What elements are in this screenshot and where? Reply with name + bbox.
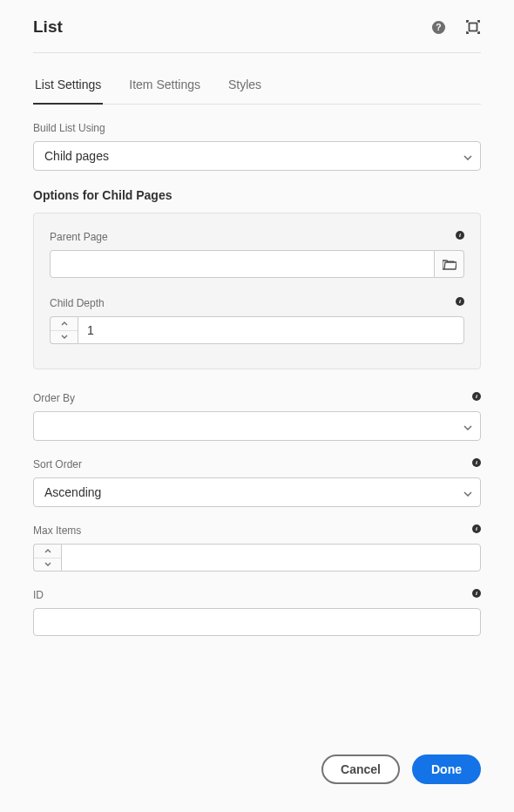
tabs: List Settings Item Settings Styles (33, 67, 481, 105)
dialog-title: List (33, 17, 63, 37)
svg-text:?: ? (436, 23, 441, 32)
max-items-stepper (33, 544, 61, 572)
svg-rect-2 (470, 24, 477, 31)
tab-content: Build List Using Child pages Options for… (33, 105, 481, 636)
field-parent-page: i Parent Page (50, 231, 464, 278)
build-list-using-label: Build List Using (33, 122, 481, 134)
tab-styles[interactable]: Styles (227, 67, 263, 104)
child-depth-input[interactable] (78, 316, 464, 344)
list-dialog: List ? List Settings Item Settings Style… (0, 0, 514, 636)
info-icon[interactable]: i (472, 524, 481, 533)
help-icon[interactable]: ? (430, 19, 446, 35)
header-actions: ? (430, 19, 481, 35)
sort-order-select[interactable]: Ascending (33, 477, 481, 507)
order-by-label: Order By (33, 392, 481, 404)
cancel-button[interactable]: Cancel (321, 754, 400, 784)
id-input[interactable] (33, 608, 481, 636)
sort-order-label: Sort Order (33, 458, 481, 470)
id-label: ID (33, 589, 481, 601)
tab-list-settings[interactable]: List Settings (33, 67, 103, 104)
info-icon[interactable]: i (472, 458, 481, 467)
order-by-select[interactable] (33, 411, 481, 441)
fullscreen-icon[interactable] (465, 19, 481, 35)
info-icon[interactable]: i (472, 392, 481, 401)
sort-order-value: Ascending (44, 485, 101, 499)
max-items-label: Max Items (33, 524, 481, 537)
tab-item-settings[interactable]: Item Settings (127, 67, 202, 104)
field-sort-order: i Sort Order Ascending (33, 458, 481, 507)
options-title: Options for Child Pages (33, 188, 481, 202)
info-icon[interactable]: i (456, 231, 464, 240)
step-up-button[interactable] (51, 317, 78, 331)
info-icon[interactable]: i (472, 589, 481, 598)
done-button[interactable]: Done (412, 754, 481, 784)
parent-page-input[interactable] (50, 250, 435, 278)
parent-page-label: Parent Page (50, 231, 464, 243)
step-up-button[interactable] (34, 545, 61, 558)
field-id: i ID (33, 589, 481, 636)
dialog-footer: Cancel Done (321, 754, 481, 784)
build-list-using-value: Child pages (44, 149, 109, 163)
max-items-input[interactable] (61, 544, 481, 572)
step-down-button[interactable] (34, 558, 61, 572)
field-order-by: i Order By (33, 392, 481, 441)
child-depth-label: Child Depth (50, 297, 464, 309)
field-max-items: i Max Items (33, 524, 481, 572)
field-child-depth: i Child Depth (50, 297, 464, 344)
dialog-header: List ? (33, 17, 481, 53)
browse-button[interactable] (435, 250, 464, 278)
field-build-list-using: Build List Using Child pages (33, 122, 481, 171)
build-list-using-select[interactable]: Child pages (33, 141, 481, 171)
child-pages-panel: i Parent Page i Child Depth (33, 213, 481, 369)
step-down-button[interactable] (51, 331, 78, 344)
info-icon[interactable]: i (456, 297, 464, 306)
child-depth-stepper (50, 316, 78, 344)
